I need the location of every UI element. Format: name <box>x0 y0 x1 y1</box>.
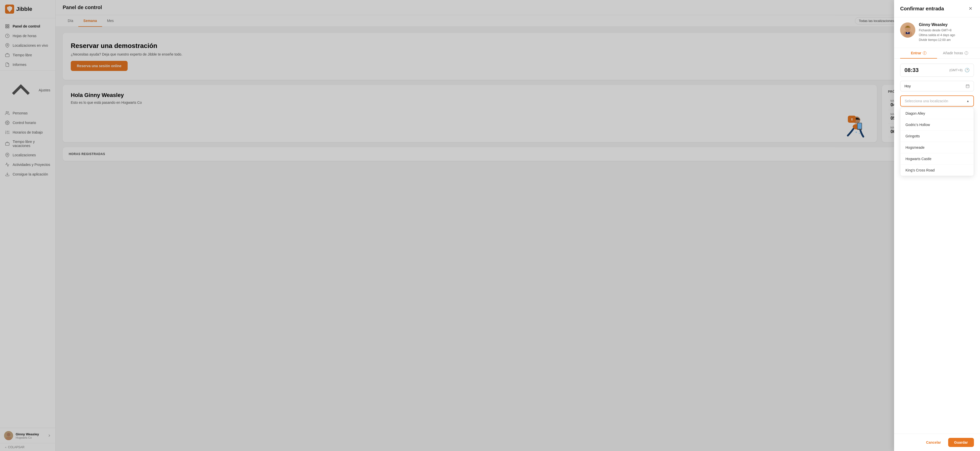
location-option-hogsmeade[interactable]: Hogsmeade <box>900 142 974 153</box>
date-input-container[interactable]: Hoy <box>900 81 974 91</box>
location-option-kings[interactable]: King's Cross Road <box>900 165 974 176</box>
panel-tab-entrar[interactable]: Entrar i <box>900 48 937 59</box>
close-button[interactable]: ✕ <box>967 5 974 12</box>
panel-tab-entrar-label: Entrar <box>911 51 921 55</box>
panel-tab-anadir[interactable]: Añadir horas i <box>937 48 974 59</box>
location-placeholder: Selecciona una localización <box>905 99 948 103</box>
modal-overlay[interactable] <box>0 0 980 451</box>
anadir-info-icon: i <box>964 51 968 55</box>
clock2-icon[interactable]: 🕐 <box>964 68 970 73</box>
confirm-panel: Confirmar entrada ✕ Ginny Weasley Fichan… <box>894 0 980 451</box>
cancel-button[interactable]: Cancelar <box>922 438 945 447</box>
svg-rect-53 <box>966 84 969 87</box>
panel-tab-anadir-label: Añadir horas <box>943 51 963 55</box>
panel-tabs: Entrar i Añadir horas i <box>894 48 980 59</box>
panel-user-info: Ginny Weasley Fichando desde GMT+8 Últim… <box>919 22 974 43</box>
time-field: 08:33 (GMT+8) 🕐 <box>900 64 974 77</box>
panel-user-fichando: Fichando desde GMT+8 <box>919 28 974 33</box>
panel-user-salida: Última salida el 4 days ago <box>919 33 974 38</box>
panel-form: 08:33 (GMT+8) 🕐 Hoy Selecciona una local… <box>894 59 980 434</box>
time-input-container[interactable]: 08:33 (GMT+8) 🕐 <box>900 64 974 77</box>
location-option-hogwarts[interactable]: Hogwarts Castle <box>900 153 974 165</box>
time-value: 08:33 <box>904 67 919 73</box>
panel-user-name: Ginny Weasley <box>919 22 974 27</box>
location-dropdown-list: Diagon Alley Godric's Hollow Gringotts H… <box>900 108 974 176</box>
date-value: Hoy <box>904 84 911 88</box>
calendar-icon <box>966 84 970 88</box>
entrar-info-icon: i <box>923 51 926 55</box>
time-right: (GMT+8) 🕐 <box>950 68 970 73</box>
panel-avatar <box>900 22 915 38</box>
panel-footer: Cancelar Guardar <box>894 434 980 451</box>
panel-user-dividir: Dividir tiempo:12:00 am <box>919 38 974 43</box>
chevron-up2-icon: ▲ <box>966 99 969 103</box>
location-option-gringotts[interactable]: Gringotts <box>900 130 974 142</box>
location-select[interactable]: Selecciona una localización ▲ <box>900 95 974 106</box>
date-field: Hoy <box>900 81 974 91</box>
svg-point-50 <box>905 25 911 31</box>
location-option-godric[interactable]: Godric's Hollow <box>900 119 974 130</box>
location-dropdown: Selecciona una localización ▲ Diagon All… <box>900 95 974 176</box>
time-gmt: (GMT+8) <box>950 68 963 72</box>
panel-user: Ginny Weasley Fichando desde GMT+8 Últim… <box>894 17 980 48</box>
panel-title: Confirmar entrada <box>900 6 944 12</box>
location-option-diagon[interactable]: Diagon Alley <box>900 108 974 119</box>
save-button[interactable]: Guardar <box>948 438 974 447</box>
panel-header: Confirmar entrada ✕ <box>894 0 980 17</box>
